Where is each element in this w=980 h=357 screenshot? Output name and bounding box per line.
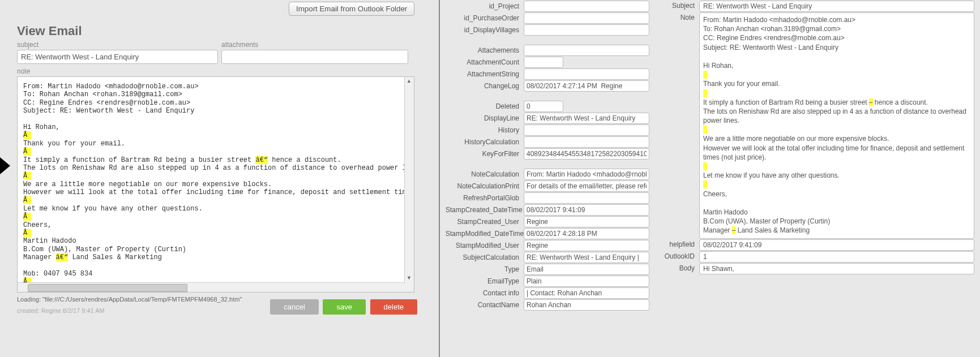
vertical-scrollbar[interactable] xyxy=(404,77,414,292)
note-content: From: Martin Hadodo <mhadodo@rnoble.com.… xyxy=(18,77,414,293)
field-label-changelog: ChangeLog xyxy=(446,82,524,90)
field-input-attachmentcount[interactable] xyxy=(524,57,563,68)
field-input-historycalculation[interactable] xyxy=(524,136,649,148)
outlookid-input[interactable] xyxy=(699,251,974,263)
field-label-attachmentstring: AttachmentString xyxy=(446,70,524,78)
field-input-stampmodified-user[interactable] xyxy=(524,240,649,251)
field-input-id-purchaseorder[interactable] xyxy=(524,12,649,24)
field-label-attachements: Attachements xyxy=(446,46,524,54)
field-label-refreshportalglob: RefreshPortalGlob xyxy=(446,194,524,202)
field-input-deleted[interactable] xyxy=(524,101,563,112)
field-input-notecalculation[interactable] xyxy=(524,169,649,180)
horizontal-scrollbar[interactable] xyxy=(18,282,405,292)
body-label: Body xyxy=(661,263,699,272)
field-input-id-project[interactable] xyxy=(524,1,649,12)
subject-label-right: Subject xyxy=(661,1,699,10)
field-label-stampcreated-datetime: StampCreated_DateTime xyxy=(446,206,524,214)
field-label-attachmentcount: AttachmentCount xyxy=(446,58,524,66)
attachments-label: attachments xyxy=(221,41,408,49)
field-label-id-displayvillages: id_DisplayVillages xyxy=(446,26,524,34)
field-input-history[interactable] xyxy=(524,124,649,136)
helpfield-label: helpfield xyxy=(661,239,699,248)
field-input-id-displayvillages[interactable] xyxy=(524,24,649,36)
field-input-changelog[interactable] xyxy=(524,80,649,92)
field-label-notecalculationprint: NoteCalculationPrint xyxy=(446,182,524,190)
delete-button[interactable]: delete xyxy=(370,299,417,315)
note-label: note xyxy=(17,67,433,75)
field-input-type[interactable] xyxy=(524,264,649,275)
attachments-input[interactable] xyxy=(221,50,408,64)
field-label-stampmodified-user: StampModified_User xyxy=(446,242,524,250)
field-input-stampmodified-datetime[interactable] xyxy=(524,228,649,239)
field-label-stampcreated-user: StampCreated_User xyxy=(446,218,524,226)
field-input-attachements[interactable] xyxy=(524,45,649,56)
field-label-emailtype: EmailType xyxy=(446,277,524,285)
note-textarea[interactable]: From: Martin Hadodo <mhadodo@rnoble.com.… xyxy=(17,76,414,293)
field-label-historycalculation: HistoryCalculation xyxy=(446,138,524,146)
body-input[interactable] xyxy=(699,263,974,274)
field-label-keyforfilter: KeyForFilter xyxy=(446,150,524,158)
field-input-emailtype[interactable] xyxy=(524,276,649,287)
subject-field-right[interactable] xyxy=(699,1,974,12)
field-label-stampmodified-datetime: StampModified_DateTime xyxy=(446,230,524,238)
field-input-subjectcalculation[interactable] xyxy=(524,252,649,263)
helpfield-input[interactable] xyxy=(699,239,974,251)
field-input-attachmentstring[interactable] xyxy=(524,68,649,80)
field-label-contact-info: Contact info xyxy=(446,289,524,297)
cancel-button[interactable]: cancel xyxy=(270,299,319,315)
field-label-id-purchaseorder: id_PurchaseOrder xyxy=(446,14,524,22)
subject-label: subject xyxy=(17,41,218,49)
field-label-id-project: id_Project xyxy=(446,2,524,10)
field-input-refreshportalglob[interactable] xyxy=(524,192,649,204)
import-email-button[interactable]: Import Email from Outlook Folder xyxy=(289,2,414,16)
field-label-displayline: DisplayLine xyxy=(446,114,524,122)
field-label-notecalculation: NoteCalculation xyxy=(446,170,524,178)
field-label-history: History xyxy=(446,126,524,134)
field-input-contactname[interactable] xyxy=(524,299,649,311)
view-email-heading: View Email xyxy=(17,24,433,38)
field-label-type: Type xyxy=(446,265,524,273)
outlookid-label: OutlookID xyxy=(661,251,699,260)
field-label-subjectcalculation: SubjectCalculation xyxy=(446,253,524,261)
field-input-stampcreated-datetime[interactable] xyxy=(524,204,649,216)
save-button[interactable]: save xyxy=(323,299,365,315)
field-input-displayline[interactable] xyxy=(524,113,649,124)
field-input-stampcreated-user[interactable] xyxy=(524,216,649,227)
field-input-contact-info[interactable] xyxy=(524,287,649,299)
expand-arrow-icon[interactable] xyxy=(0,157,10,174)
field-input-notecalculationprint[interactable] xyxy=(524,180,649,192)
note-preview[interactable]: From: Martin Hadodo <mhadodo@rnoble.com.… xyxy=(699,12,974,239)
field-label-contactname: ContactName xyxy=(446,301,524,309)
field-input-keyforfilter[interactable] xyxy=(524,148,649,160)
field-label-deleted: Deleted xyxy=(446,102,524,110)
note-label-right: Note xyxy=(661,12,699,21)
subject-input[interactable] xyxy=(17,50,218,64)
